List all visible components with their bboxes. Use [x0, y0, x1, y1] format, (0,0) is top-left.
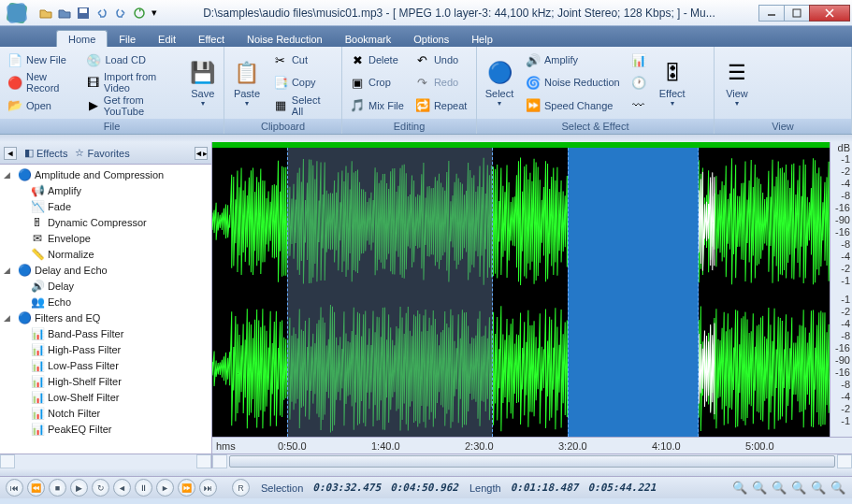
zoom-v-out-button[interactable]: 🔍: [829, 479, 846, 497]
time-ruler[interactable]: hms 0:50.01:40.02:30.03:20.04:10.05:00.0: [212, 437, 852, 454]
tab-home[interactable]: Home: [56, 30, 108, 47]
qat-dropdown-icon[interactable]: ▾: [150, 5, 159, 22]
tab-effect[interactable]: Effect: [187, 31, 236, 47]
tree-label: Amplify: [48, 185, 81, 196]
qat-open2-icon[interactable]: [56, 5, 73, 22]
close-button[interactable]: [809, 5, 850, 22]
tree-item[interactable]: 🔊Delay: [0, 278, 211, 294]
clock-icon: 🕐: [631, 75, 646, 90]
record-button[interactable]: R: [232, 479, 250, 497]
save-button[interactable]: 💾Save▾: [184, 49, 222, 117]
qat-redo-icon[interactable]: [112, 5, 129, 22]
mix-button[interactable]: 🎵Mix File: [346, 94, 408, 116]
selection-region-gray[interactable]: [287, 148, 493, 437]
redo-button[interactable]: ↷Redo: [412, 72, 470, 94]
go-end-button[interactable]: ⏭: [199, 479, 217, 497]
tab-noise-reduction[interactable]: Noise Reduction: [236, 31, 334, 47]
minimize-button[interactable]: [758, 5, 785, 22]
new-file-button[interactable]: 📄New File: [4, 50, 79, 71]
sidebar-hscroll[interactable]: [0, 454, 211, 468]
select-all-button[interactable]: ▦Select All: [269, 94, 338, 116]
zoom-fit-button[interactable]: 🔍: [789, 479, 807, 497]
crop-button[interactable]: ▣Crop: [346, 72, 408, 94]
icon-btn1[interactable]: 📊: [628, 50, 650, 71]
sidebar-nav-prev[interactable]: ◄: [4, 147, 17, 160]
tree-item[interactable]: ◢🔵Filters and EQ: [0, 310, 211, 325]
qat-save-icon[interactable]: [75, 5, 92, 22]
sidebar-tab-favorites[interactable]: ☆Favorites: [75, 147, 129, 159]
tree-item[interactable]: 🎚Dynamic Compressor: [0, 214, 211, 230]
tree-item[interactable]: ◢🔵Amplitude and Compression: [0, 166, 211, 182]
sidebar-nav-next[interactable]: ◄▸: [195, 147, 208, 160]
length-value: 0:01:18.487: [511, 482, 579, 494]
qat-refresh-icon[interactable]: [131, 5, 148, 22]
new-record-button[interactable]: 🔴New Record: [4, 72, 79, 94]
tab-help[interactable]: Help: [460, 31, 504, 47]
tree-item[interactable]: 📊High-Pass Filter: [0, 341, 211, 357]
step-back-button[interactable]: ◄: [113, 479, 131, 497]
tree-item[interactable]: 👥Echo: [0, 294, 211, 310]
star-icon: ☆: [75, 147, 84, 159]
zoom-v-in-button[interactable]: 🔍: [809, 479, 827, 497]
maximize-button[interactable]: [784, 5, 810, 22]
pause-button[interactable]: ⏸: [135, 479, 152, 497]
selection-region-blue[interactable]: [568, 148, 699, 437]
tree-item[interactable]: 📊High-Shelf Filter: [0, 373, 211, 389]
tree-item[interactable]: 📊Low-Shelf Filter: [0, 389, 211, 405]
amplify-button[interactable]: 🔊Amplify: [522, 50, 624, 71]
zoom-out-button[interactable]: 🔍: [770, 479, 787, 497]
effect-button[interactable]: 🎛Effect▾: [652, 49, 693, 117]
record-icon: 🔴: [7, 75, 22, 90]
amplify-icon: 🔊: [526, 52, 541, 67]
rewind-button[interactable]: ⏪: [27, 479, 45, 497]
tree-item[interactable]: 📢Amplify: [0, 182, 211, 198]
tree-item[interactable]: ◢🔵Delay and Echo: [0, 262, 211, 278]
app-icon[interactable]: [4, 0, 30, 26]
wave-hscroll[interactable]: [212, 454, 852, 468]
tab-bookmark[interactable]: Bookmark: [334, 31, 403, 47]
repeat-button[interactable]: 🔁Repeat: [412, 94, 470, 116]
loop-button[interactable]: ↻: [92, 479, 109, 497]
zoom-in-button[interactable]: 🔍: [750, 479, 768, 497]
tree-item[interactable]: 📊Band-Pass Filter: [0, 325, 211, 341]
tree-label: Fade: [48, 201, 71, 212]
tab-options[interactable]: Options: [402, 31, 460, 47]
tree-item[interactable]: 📊Notch Filter: [0, 405, 211, 421]
icon-btn2[interactable]: 🕐: [628, 72, 650, 94]
menubar: Home File Edit Effect Noise Reduction Bo…: [0, 26, 852, 47]
go-start-button[interactable]: ⏮: [6, 479, 23, 497]
cut-button[interactable]: ✂Cut: [269, 50, 338, 71]
tree-icon: 🔊: [30, 279, 45, 294]
step-fwd-button[interactable]: ►: [156, 479, 174, 497]
tree-item[interactable]: ✉Envelope: [0, 230, 211, 246]
noise-reduction-button[interactable]: 🌀Noise Reduction: [522, 72, 624, 94]
get-youtube-button[interactable]: ▶Get from YouTube: [82, 94, 181, 116]
delete-button[interactable]: ✖Delete: [346, 50, 408, 71]
import-video-button[interactable]: 🎞Import from Video: [82, 72, 181, 94]
paste-button[interactable]: 📋Paste▾: [226, 49, 267, 117]
effects-tree[interactable]: ◢🔵Amplitude and Compression📢Amplify📉Fade…: [0, 165, 211, 454]
icon-btn3[interactable]: 〰: [628, 94, 650, 116]
zoom-sel-button[interactable]: 🔍: [730, 479, 748, 497]
waveform-canvas[interactable]: dB-1-2-4-8-16-90-16-8-4-2-1-1-2-4-8-16-9…: [212, 142, 852, 437]
tab-edit[interactable]: Edit: [147, 31, 187, 47]
sidebar-tab-effects[interactable]: ◧Effects: [24, 147, 67, 159]
tree-item[interactable]: 📊PeakEQ Filter: [0, 421, 211, 437]
play-button[interactable]: ▶: [70, 479, 88, 497]
copy-button[interactable]: 📑Copy: [269, 72, 338, 94]
tab-file[interactable]: File: [108, 31, 147, 47]
tree-item[interactable]: 📉Fade: [0, 198, 211, 214]
open-button[interactable]: 📂Open: [4, 94, 79, 116]
select-button[interactable]: 🔵Select▾: [479, 49, 520, 117]
undo-button[interactable]: ↶Undo: [412, 50, 470, 71]
tree-item[interactable]: 📊Low-Pass Filter: [0, 357, 211, 373]
new-file-icon: 📄: [7, 52, 22, 67]
tree-item[interactable]: 📏Normalize: [0, 246, 211, 262]
speed-change-button[interactable]: ⏩Speed Change: [522, 94, 624, 116]
load-cd-button[interactable]: 💿Load CD: [82, 50, 181, 71]
stop-button[interactable]: ■: [49, 479, 66, 497]
qat-undo-icon[interactable]: [94, 5, 110, 22]
fast-fwd-button[interactable]: ⏩: [178, 479, 195, 497]
qat-open-icon[interactable]: [37, 5, 54, 22]
view-button[interactable]: ☰View▾: [716, 49, 758, 117]
